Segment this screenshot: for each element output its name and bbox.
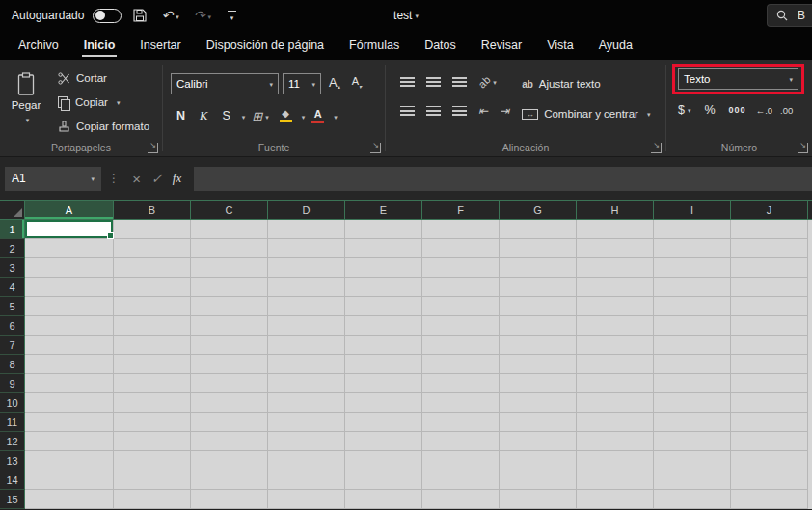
cell-H15[interactable] [577, 490, 654, 509]
cell-E15[interactable] [345, 490, 422, 509]
cell-C14[interactable] [191, 470, 268, 490]
cell-A12[interactable] [25, 432, 114, 451]
autosave-toggle[interactable] [93, 9, 122, 23]
column-header-I[interactable]: I [654, 201, 731, 219]
dialog-launcher-icon[interactable] [651, 143, 662, 153]
cell-G1[interactable] [500, 220, 577, 239]
cell-E10[interactable] [345, 393, 422, 413]
cell-E7[interactable] [345, 336, 422, 355]
column-header-E[interactable]: E [345, 201, 422, 219]
cell-A14[interactable] [25, 470, 114, 490]
row-header-12[interactable]: 12 [0, 432, 25, 451]
cell-J14[interactable] [731, 470, 808, 490]
cell-J13[interactable] [731, 451, 808, 470]
cell-E8[interactable] [345, 355, 422, 374]
cell-A8[interactable] [25, 355, 114, 374]
cell-F11[interactable] [422, 413, 500, 432]
cell-I11[interactable] [654, 413, 731, 432]
row-header-8[interactable]: 8 [0, 355, 25, 374]
cell-B13[interactable] [114, 451, 191, 470]
font-family-combo[interactable]: Calibri [171, 73, 279, 94]
select-all-button[interactable] [0, 201, 25, 219]
cell-H9[interactable] [577, 374, 654, 393]
cell-B9[interactable] [114, 374, 191, 393]
cancel-button[interactable] [126, 171, 147, 187]
search-box[interactable]: B [767, 4, 812, 27]
cell-A13[interactable] [25, 451, 114, 470]
cell-E13[interactable] [345, 451, 422, 470]
cell-C10[interactable] [191, 393, 268, 413]
cell-D10[interactable] [268, 393, 345, 413]
orientation-button[interactable]: ab [474, 72, 501, 92]
cell-H2[interactable] [577, 239, 654, 258]
bold-button[interactable]: N [171, 107, 191, 124]
cell-B14[interactable] [114, 470, 191, 490]
cell-A9[interactable] [25, 374, 114, 393]
cell-E12[interactable] [345, 432, 422, 451]
cell-J15[interactable] [731, 490, 808, 509]
tab-insertar[interactable]: Insertar [127, 31, 193, 60]
chevron-down-icon[interactable] [334, 107, 338, 124]
cell-E3[interactable] [345, 258, 422, 278]
row-header-2[interactable]: 2 [0, 239, 25, 258]
font-color-button[interactable]: A [308, 108, 328, 124]
cell-G9[interactable] [500, 374, 577, 393]
column-header-F[interactable]: F [422, 201, 500, 219]
cell-F3[interactable] [422, 258, 500, 278]
cell-B11[interactable] [114, 413, 191, 432]
increase-decimal-button[interactable]: ←.0 [754, 103, 774, 118]
cell-J8[interactable] [731, 355, 808, 374]
decrease-decimal-button[interactable]: .00 [778, 103, 795, 118]
align-bottom-button[interactable] [447, 74, 472, 91]
cell-I4[interactable] [654, 278, 731, 297]
cell-B6[interactable] [114, 316, 191, 336]
cell-G10[interactable] [500, 393, 577, 413]
row-header-13[interactable]: 13 [0, 451, 25, 470]
cell-C12[interactable] [191, 432, 268, 451]
row-header-9[interactable]: 9 [0, 374, 25, 393]
formula-input[interactable] [194, 167, 812, 191]
column-header-B[interactable]: B [114, 201, 191, 219]
cell-B1[interactable] [114, 220, 191, 239]
decrease-font-size-button[interactable]: A [348, 73, 365, 94]
align-middle-button[interactable] [421, 74, 446, 91]
cell-A1[interactable] [25, 220, 114, 239]
cell-G11[interactable] [500, 413, 577, 432]
row-header-1[interactable]: 1 [0, 220, 25, 239]
cell-C6[interactable] [191, 316, 268, 336]
cell-I9[interactable] [654, 374, 731, 393]
tab-inicio[interactable]: Inicio [71, 31, 128, 60]
row-header-6[interactable]: 6 [0, 316, 25, 336]
column-header-C[interactable]: C [191, 201, 268, 219]
cell-J1[interactable] [731, 220, 808, 239]
cell-H7[interactable] [577, 336, 654, 355]
row-header-7[interactable]: 7 [0, 336, 25, 355]
cell-B12[interactable] [114, 432, 191, 451]
cell-C2[interactable] [191, 239, 268, 258]
cell-B8[interactable] [114, 355, 191, 374]
cell-D5[interactable] [268, 297, 345, 316]
chevron-down-icon[interactable] [302, 107, 306, 124]
cell-G15[interactable] [500, 490, 577, 509]
cell-C9[interactable] [191, 374, 268, 393]
cell-J5[interactable] [731, 297, 808, 316]
cell-C1[interactable] [191, 220, 268, 239]
column-header-D[interactable]: D [268, 201, 345, 219]
cell-D6[interactable] [268, 316, 345, 336]
cell-F2[interactable] [422, 239, 500, 258]
cell-A10[interactable] [25, 393, 114, 413]
cell-C7[interactable] [191, 336, 268, 355]
increase-font-size-button[interactable]: A [325, 73, 344, 94]
cell-C5[interactable] [191, 297, 268, 316]
customize-quick-access-button[interactable] [223, 9, 239, 22]
cell-J11[interactable] [731, 413, 808, 432]
cell-H5[interactable] [577, 297, 654, 316]
cell-J3[interactable] [731, 258, 808, 278]
cell-A11[interactable] [25, 413, 114, 432]
cell-A4[interactable] [25, 278, 114, 297]
row-header-4[interactable]: 4 [0, 278, 25, 297]
cell-D13[interactable] [268, 451, 345, 470]
cell-B5[interactable] [114, 297, 191, 316]
paste-button[interactable]: Pegar [4, 62, 48, 139]
cell-F14[interactable] [422, 470, 500, 490]
